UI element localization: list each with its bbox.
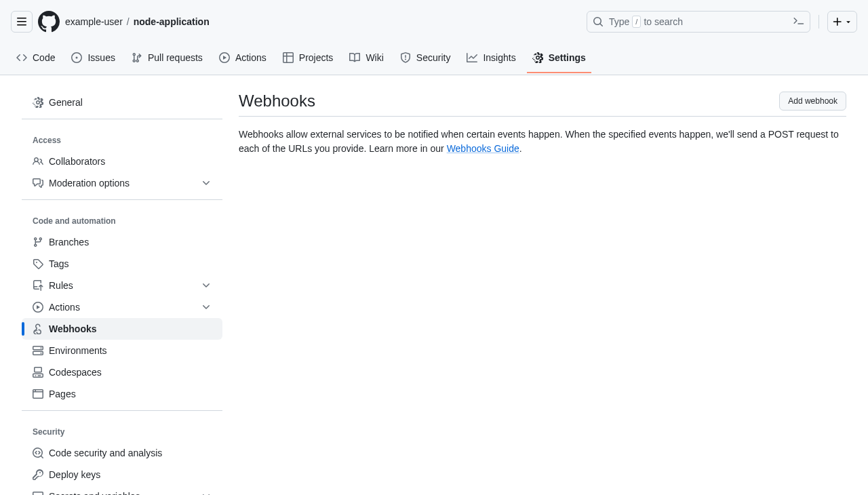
tag-icon <box>33 258 43 269</box>
sidebar-item-codespaces[interactable]: Codespaces <box>22 361 222 383</box>
play-icon <box>219 52 230 63</box>
graph-icon <box>467 52 477 63</box>
settings-sidebar: General Access Collaborators Moderation … <box>22 92 222 495</box>
tab-issues[interactable]: Issues <box>66 43 120 73</box>
sidebar-item-webhooks[interactable]: Webhooks <box>22 318 222 340</box>
key-asterisk-icon <box>33 491 43 495</box>
search-input[interactable]: Type / to search <box>587 11 810 33</box>
sidebar-item-pages[interactable]: Pages <box>22 383 222 405</box>
breadcrumb: example-user / node-application <box>65 16 210 27</box>
webhooks-guide-link[interactable]: Webhooks Guide <box>447 143 519 154</box>
book-icon <box>349 52 360 63</box>
codespaces-icon <box>33 367 43 378</box>
page-title: Webhooks <box>239 92 315 111</box>
sidebar-item-rules[interactable]: Rules <box>22 275 222 296</box>
chevron-down-icon <box>201 302 212 313</box>
tab-security[interactable]: Security <box>395 43 456 73</box>
play-icon <box>33 302 43 313</box>
search-icon <box>593 16 604 27</box>
key-icon <box>33 469 43 480</box>
repo-link[interactable]: node-application <box>134 16 210 27</box>
search-placeholder: Type / to search <box>609 16 788 28</box>
repo-nav: Code Issues Pull requests Actions Projec… <box>11 42 857 75</box>
hamburger-menu[interactable] <box>11 11 33 33</box>
chevron-down-icon <box>201 491 212 495</box>
tab-wiki[interactable]: Wiki <box>344 43 389 73</box>
webhook-icon <box>33 323 43 334</box>
comment-discussion-icon <box>33 178 43 189</box>
sidebar-item-tags[interactable]: Tags <box>22 253 222 275</box>
tab-settings[interactable]: Settings <box>527 43 591 73</box>
owner-link[interactable]: example-user <box>65 16 123 27</box>
server-icon <box>33 345 43 356</box>
code-icon <box>16 52 27 63</box>
add-webhook-button[interactable]: Add webhook <box>779 92 846 111</box>
breadcrumb-separator: / <box>127 16 130 27</box>
sidebar-item-actions[interactable]: Actions <box>22 296 222 318</box>
sidebar-heading-access: Access <box>22 125 222 151</box>
tab-code[interactable]: Code <box>11 43 60 73</box>
create-new-button[interactable] <box>827 11 857 33</box>
main-content: Webhooks Add webhook Webhooks allow exte… <box>239 92 846 495</box>
chevron-down-icon <box>201 280 212 291</box>
tab-actions[interactable]: Actions <box>214 43 272 73</box>
sidebar-item-environments[interactable]: Environments <box>22 340 222 361</box>
github-logo-icon[interactable] <box>38 11 60 33</box>
command-palette-icon[interactable] <box>793 16 804 27</box>
sidebar-item-deploy-keys[interactable]: Deploy keys <box>22 464 222 486</box>
gear-icon <box>33 97 43 108</box>
sidebar-item-general[interactable]: General <box>22 92 222 113</box>
repo-push-icon <box>33 280 43 291</box>
issues-icon <box>71 52 82 63</box>
sidebar-item-moderation[interactable]: Moderation options <box>22 172 222 194</box>
table-icon <box>283 52 294 63</box>
sidebar-item-secrets[interactable]: Secrets and variables <box>22 486 222 495</box>
shield-icon <box>400 52 411 63</box>
page-description: Webhooks allow external services to be n… <box>239 127 846 156</box>
tab-projects[interactable]: Projects <box>277 43 339 73</box>
git-branch-icon <box>33 237 43 248</box>
sidebar-item-branches[interactable]: Branches <box>22 231 222 253</box>
sidebar-heading-security: Security <box>22 416 222 442</box>
codescan-icon <box>33 448 43 458</box>
chevron-down-icon <box>201 178 212 189</box>
sidebar-item-code-security[interactable]: Code security and analysis <box>22 442 222 464</box>
people-icon <box>33 156 43 167</box>
slash-key-hint: / <box>632 16 641 28</box>
browser-icon <box>33 389 43 399</box>
tab-insights[interactable]: Insights <box>461 43 521 73</box>
sidebar-heading-code-automation: Code and automation <box>22 205 222 231</box>
sidebar-item-collaborators[interactable]: Collaborators <box>22 151 222 172</box>
pull-request-icon <box>132 52 142 63</box>
tab-pull-requests[interactable]: Pull requests <box>126 43 208 73</box>
gear-icon <box>532 52 543 63</box>
